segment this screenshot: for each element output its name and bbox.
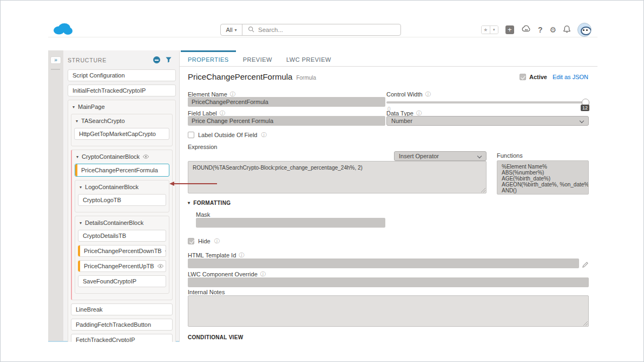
internal-notes-textarea[interactable]	[188, 295, 589, 327]
element-title: PriceChangePercentFormula Formula	[188, 72, 316, 81]
caret-down-icon[interactable]: ▾	[76, 119, 78, 124]
label-outside-checkbox[interactable]	[188, 132, 194, 138]
filter-icon[interactable]	[166, 55, 172, 65]
main-area: » STRUCTURE Script ConfigurationInitialF…	[48, 50, 597, 342]
tree-item-pricechangepercentuptb[interactable]: PriceChangePercentUpTB	[78, 260, 166, 272]
favorites-button[interactable]: ★ ▾	[481, 25, 498, 34]
tree-item-cryptologotb[interactable]: CryptoLogoTB	[78, 194, 166, 206]
favorites-star-icon[interactable]: ★	[482, 26, 490, 34]
lwc-component-override-input[interactable]	[188, 277, 589, 287]
tree-item-paddingfetchtrackedbutton[interactable]: PaddingFetchTrackedButton	[71, 319, 173, 331]
expression-text: ROUND(%TASearchCrypto-Block:price_change…	[193, 165, 363, 171]
tree-group-header-logocontainerblock[interactable]: ▾LogoContainerBlock	[78, 183, 166, 191]
tree-item-savefoundcryptoip[interactable]: SaveFoundCryptoIP	[78, 275, 166, 287]
structure-panel: STRUCTURE Script ConfigurationInitialFet…	[63, 50, 179, 342]
functions-listbox: %Element Name%ABS(%number%)AGE(%birth_da…	[497, 160, 589, 195]
info-icon[interactable]: ⓘ	[214, 237, 220, 245]
tree-group-logocontainerblock: ▾LogoContainerBlockCryptoLogoTB	[75, 180, 169, 212]
tab-lwc-preview[interactable]: LWC PREVIEW	[279, 50, 338, 66]
annotation-arrow	[174, 183, 217, 184]
search-placeholder: Search...	[258, 27, 283, 33]
expand-panel-button[interactable]: »	[50, 56, 61, 64]
caret-down-icon[interactable]: ▾	[76, 154, 78, 159]
eye-icon	[165, 249, 166, 253]
tree-group-header-detailscontainerblock[interactable]: ▾DetailsContainerBlock	[78, 219, 166, 227]
slider-track[interactable]	[386, 101, 589, 104]
active-checkbox[interactable]	[520, 74, 526, 80]
html-template-id-input[interactable]	[188, 258, 579, 268]
slider-value-badge: 12	[581, 105, 589, 111]
tree-item-fetchtrackedcryptoip[interactable]: FetchTrackedCryptoIP	[71, 334, 173, 342]
formatting-section-header[interactable]: ▾ FORMATTING	[188, 200, 231, 206]
trailhead-icon[interactable]	[521, 25, 531, 35]
collapse-all-icon[interactable]	[153, 56, 160, 63]
function-item[interactable]: AGE(%birth_date%)	[502, 176, 584, 182]
mask-label: Mask	[196, 211, 210, 218]
search-scope-label: All	[226, 27, 232, 33]
caret-down-icon[interactable]: ▾	[80, 185, 82, 190]
active-label: Active	[529, 74, 547, 80]
info-icon[interactable]: ⓘ	[260, 270, 266, 278]
resize-handle[interactable]	[583, 321, 588, 326]
function-item[interactable]: AGEON(%birth_date%, %on_date%)	[502, 182, 584, 188]
element-name-input[interactable]: PriceChangePercentFormula	[188, 97, 385, 107]
eye-icon	[157, 264, 163, 268]
tree-item-cryptodetailstb[interactable]: CryptoDetailsTB	[78, 230, 166, 242]
chevron-down-icon	[477, 153, 482, 158]
tree-item-initialfetchtrackedcryptoip[interactable]: InitialFetchTrackedCryptoIP	[68, 85, 176, 96]
data-type-select[interactable]: Number	[386, 116, 589, 126]
hide-checkbox[interactable]	[188, 238, 194, 244]
global-create-button[interactable]: +	[505, 25, 514, 34]
field-label-input[interactable]: Price Change Percent Formula	[188, 116, 385, 126]
favorites-caret-icon[interactable]: ▾	[490, 26, 498, 34]
salesforce-cloud-logo-icon	[52, 22, 74, 38]
mask-input[interactable]	[196, 218, 385, 228]
resize-handle[interactable]	[481, 188, 485, 192]
hide-row: Hide ⓘ	[188, 237, 220, 245]
function-item[interactable]: ABS(%number%)	[502, 170, 584, 176]
panel-tabs: PROPERTIES PREVIEW LWC PREVIEW	[180, 50, 597, 67]
setup-gear-icon[interactable]: ⚙	[549, 25, 556, 34]
tree-group-header-cryptocontainerblock[interactable]: ▾CryptoContainerBlock	[75, 153, 169, 160]
user-avatar[interactable]	[577, 23, 592, 37]
app-window: All ▾ Search... ★ ▾ +	[48, 20, 597, 342]
properties-panel: PROPERTIES PREVIEW LWC PREVIEW PriceChan…	[179, 50, 597, 342]
search-scope-button[interactable]: All ▾	[221, 24, 242, 35]
caret-down-icon: ▾	[235, 28, 237, 33]
edit-as-json-link[interactable]: Edit as JSON	[553, 74, 588, 80]
chevron-down-icon	[580, 118, 584, 122]
tree-item-pricechangepercentformula[interactable]: PriceChangePercentFormula	[75, 164, 169, 177]
info-icon[interactable]: ⓘ	[239, 251, 244, 259]
tree-group-cryptocontainerblock: ▾CryptoContainerBlockPriceChangePercentF…	[71, 150, 173, 300]
help-icon[interactable]: ?	[538, 25, 543, 34]
info-icon[interactable]: ⓘ	[425, 90, 431, 98]
screenshot-frame: All ▾ Search... ★ ▾ +	[0, 0, 644, 362]
tree-item-linebreak[interactable]: LineBreak	[71, 303, 173, 315]
tree-group-header-tasearchcrypto[interactable]: ▾TASearchCrypto	[74, 117, 169, 125]
function-item[interactable]: %Element Name%	[502, 164, 584, 170]
function-item[interactable]: AND()	[502, 188, 584, 193]
caret-down-icon[interactable]: ▾	[80, 221, 82, 225]
info-icon[interactable]: ⓘ	[261, 131, 266, 139]
edit-pencil-icon[interactable]	[582, 260, 588, 270]
tab-preview[interactable]: PREVIEW	[236, 50, 279, 66]
left-rail: »	[48, 50, 63, 341]
tab-properties[interactable]: PROPERTIES	[181, 50, 236, 66]
lwc-component-override-label: LWC Component Overrideⓘ	[188, 270, 266, 278]
tree-item-script-configuration[interactable]: Script Configuration	[68, 69, 176, 81]
insert-operator-select[interactable]: Insert Operator	[394, 151, 487, 161]
conditional-view-section-header[interactable]: CONDITIONAL VIEW	[188, 334, 243, 340]
notifications-bell-icon[interactable]	[563, 25, 570, 35]
search-input[interactable]: Search...	[242, 24, 400, 35]
structure-tree: Script ConfigurationInitialFetchTrackedC…	[63, 69, 179, 342]
caret-down-icon[interactable]: ▾	[73, 105, 75, 109]
control-width-slider[interactable]	[386, 100, 589, 105]
function-item[interactable]: CONCAT(%string1%, %string2%)	[502, 193, 584, 195]
structure-title: STRUCTURE	[68, 57, 107, 63]
tree-item-pricechangepercentdowntb[interactable]: PriceChangePercentDownTB	[78, 245, 166, 257]
global-header: All ▾ Search... ★ ▾ +	[48, 20, 597, 37]
html-template-id-label: HTML Template Idⓘ	[188, 251, 244, 259]
tree-item-httpgettopmarketcapcrypto[interactable]: HttpGetTopMarketCapCrypto	[74, 128, 169, 140]
tree-group-header-mainpage[interactable]: ▾MainPage	[71, 103, 173, 111]
expression-textarea[interactable]: ROUND(%TASearchCrypto-Block:price_change…	[188, 161, 487, 193]
